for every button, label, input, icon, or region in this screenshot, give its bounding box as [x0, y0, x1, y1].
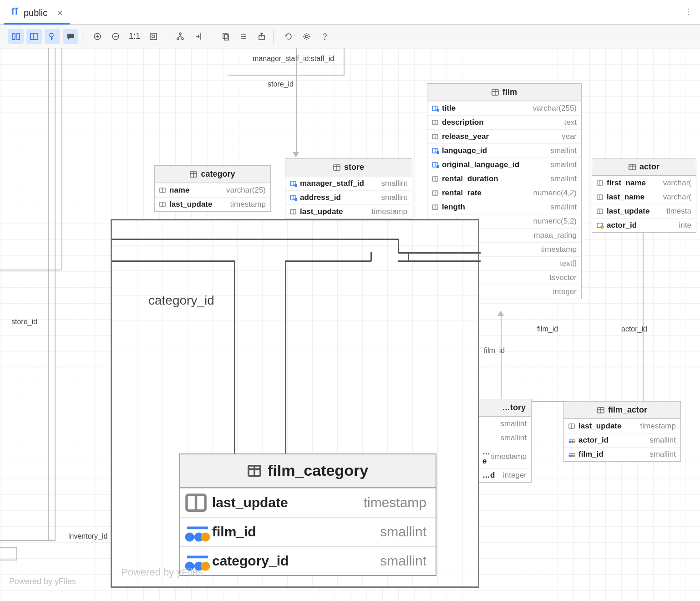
- svg-rect-26: [150, 33, 157, 40]
- table-actor[interactable]: actor first_namevarchar( last_namevarcha…: [592, 158, 696, 233]
- list-button[interactable]: [236, 29, 251, 44]
- svg-rect-15: [17, 33, 20, 40]
- tab-public[interactable]: public ✕: [4, 3, 70, 24]
- layout-columns-button[interactable]: [8, 29, 24, 44]
- edge-label-film-id: film_id: [537, 325, 558, 333]
- edge: [234, 260, 235, 456]
- layout-panel-button[interactable]: [26, 29, 42, 44]
- zoom-in-button[interactable]: [90, 29, 105, 44]
- align-button[interactable]: [191, 29, 206, 44]
- schema-icon: [10, 7, 19, 19]
- copy-button[interactable]: [218, 29, 233, 44]
- edge: [296, 48, 297, 153]
- edge: [398, 252, 481, 254]
- edge: [55, 48, 56, 540]
- edge: [285, 260, 286, 456]
- toolbar: 1:1: [0, 25, 700, 48]
- edge: [398, 260, 481, 262]
- edge-label-inventory-id: inventory_id: [68, 532, 107, 540]
- diagram-canvas[interactable]: store_id inventory_id store_id manager_s…: [0, 48, 700, 601]
- svg-rect-16: [30, 33, 38, 40]
- svg-point-18: [50, 33, 53, 37]
- export-button[interactable]: [254, 29, 269, 44]
- zoom-reset-button[interactable]: 1:1: [126, 31, 143, 41]
- zoom-out-button[interactable]: [108, 29, 123, 44]
- edge: [0, 547, 16, 548]
- edge: [285, 260, 371, 262]
- arrow-up-icon: [497, 311, 504, 316]
- edge: [398, 239, 399, 252]
- svg-point-39: [325, 39, 325, 40]
- footer-credit: Powered by yFiles: [9, 577, 76, 586]
- overflow-menu-icon[interactable]: ⋮: [685, 7, 692, 16]
- edge: [0, 540, 56, 541]
- table-category[interactable]: category namevarchar(25) last_updatetime…: [154, 165, 271, 212]
- table-film-actor[interactable]: film_actor last_updatetimestamp actor_id…: [563, 401, 681, 462]
- edge: [370, 252, 372, 261]
- table-inventory-partial[interactable]: …tory smallint smallint …etimestamp …din…: [478, 399, 532, 483]
- table-store[interactable]: store manager_staff_idsmallint address_i…: [285, 158, 412, 219]
- edge: [501, 316, 502, 402]
- edge-label-store-id: store_id: [11, 318, 37, 326]
- footer-credit: Powered by yFiles: [121, 566, 203, 578]
- edge: [16, 547, 17, 560]
- tab-label: public: [24, 8, 47, 18]
- svg-rect-32: [223, 33, 227, 39]
- edge: [112, 260, 235, 262]
- svg-point-29: [177, 38, 179, 40]
- edge-label-store-id: store_id: [268, 80, 294, 88]
- edge: [112, 239, 399, 240]
- key-icon[interactable]: [45, 29, 60, 44]
- magnifier-view[interactable]: category_id film_category last_updatetim…: [111, 219, 479, 588]
- svg-rect-27: [152, 35, 155, 38]
- edge: [0, 270, 62, 270]
- edge: [0, 560, 17, 560]
- svg-point-30: [182, 38, 183, 40]
- edge-label-manager-staff: manager_staff_id:staff_id: [253, 55, 334, 63]
- svg-rect-33: [224, 35, 228, 40]
- edge: [408, 252, 409, 261]
- close-icon[interactable]: ✕: [56, 8, 63, 18]
- fit-screen-button[interactable]: [146, 29, 161, 44]
- arrow-down-icon: [293, 152, 299, 158]
- settings-button[interactable]: [299, 29, 314, 44]
- table-film-category[interactable]: film_category last_updatetimestamp film_…: [179, 453, 436, 576]
- edge: [344, 48, 345, 76]
- layout-tree-button[interactable]: [172, 29, 188, 44]
- edge: [61, 48, 62, 270]
- svg-rect-14: [12, 33, 15, 40]
- svg-point-28: [179, 33, 181, 35]
- edge-label-category-id: category_id: [148, 293, 214, 308]
- edge-label-film-id: film_id: [484, 346, 505, 355]
- tab-bar: public ✕ ⋮: [0, 0, 700, 25]
- edge: [228, 75, 344, 76]
- comment-icon[interactable]: [63, 29, 78, 44]
- help-button[interactable]: [317, 29, 333, 44]
- edge: [48, 48, 49, 540]
- edge-label-actor-id: actor_id: [621, 325, 647, 333]
- refresh-button[interactable]: [281, 29, 296, 44]
- svg-point-38: [305, 35, 308, 38]
